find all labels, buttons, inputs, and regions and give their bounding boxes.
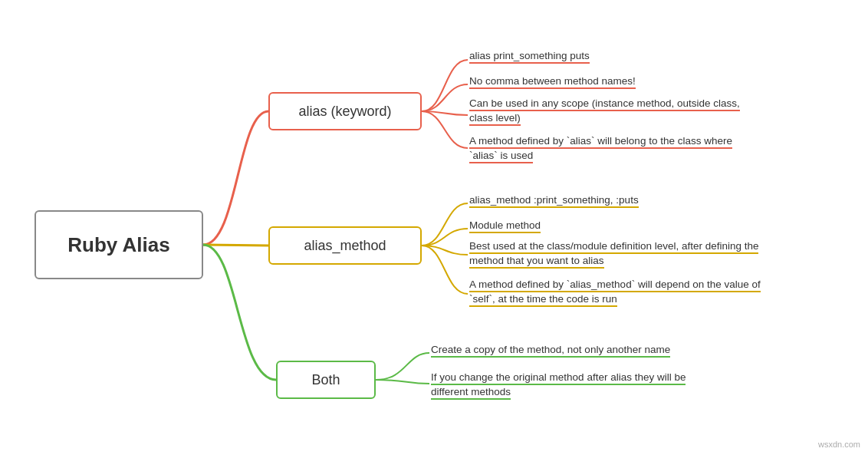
alias-text-3: Can be used in any scope (instance metho… bbox=[469, 97, 761, 126]
both-node: Both bbox=[276, 361, 376, 399]
alias-method-text-1: alias_method :print_something, :puts bbox=[469, 193, 639, 208]
both-text-2: If you change the original method after … bbox=[431, 371, 722, 400]
alias-text-4: A method defined by `alias` will belong … bbox=[469, 134, 761, 163]
both-text-1: Create a copy of the method, not only an… bbox=[431, 343, 670, 358]
alias-method-text-3: Best used at the class/module definition… bbox=[469, 239, 761, 269]
alias-text-2: No comma between method names! bbox=[469, 74, 636, 89]
root-node: Ruby Alias bbox=[35, 210, 203, 279]
alias-method-text-4: A method defined by `alias_method` will … bbox=[469, 278, 761, 307]
both-label: Both bbox=[311, 372, 340, 388]
alias-text-1: alias print_something puts bbox=[469, 49, 590, 64]
alias-method-node: alias_method bbox=[268, 226, 422, 265]
alias-method-label: alias_method bbox=[304, 238, 386, 254]
alias-label: alias (keyword) bbox=[298, 104, 391, 120]
alias-method-text-2: Module method bbox=[469, 219, 541, 233]
root-label: Ruby Alias bbox=[67, 233, 169, 257]
alias-node: alias (keyword) bbox=[268, 92, 422, 130]
mindmap: Ruby Alias alias (keyword) alias_method … bbox=[0, 0, 868, 455]
watermark: wsxdn.com bbox=[818, 440, 860, 449]
